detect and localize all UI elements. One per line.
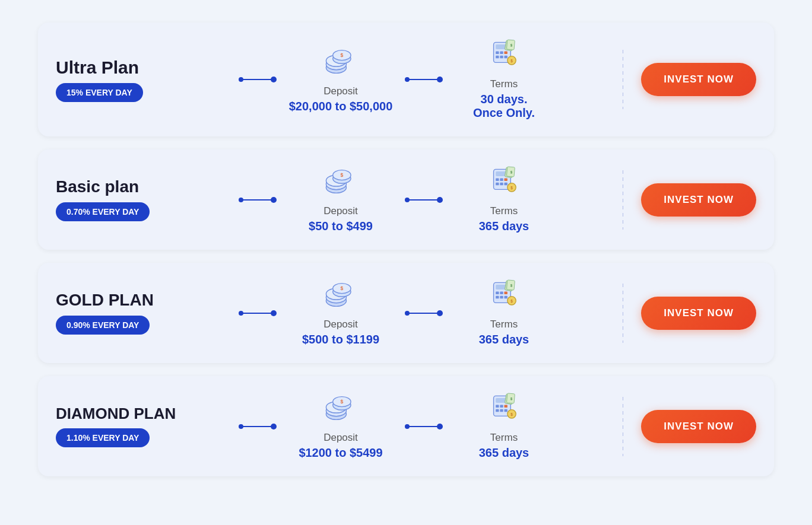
deposit-value-diamond: $1200 to $5499	[299, 446, 382, 460]
plan-deposit-diamond: $ Deposit $1200 to $5499	[287, 393, 394, 460]
coin-icon-ultra: $	[323, 46, 358, 79]
svg-rect-47	[500, 292, 503, 294]
plan-divider-basic	[623, 170, 623, 230]
plan-name-ultra: Ultra Plan	[56, 58, 139, 77]
calc-icon-gold: $ $	[488, 279, 521, 313]
plan-badge-row-basic: 0.70% EVERY DAY	[56, 202, 150, 221]
arrow-connector	[405, 77, 443, 82]
svg-text:$: $	[341, 52, 344, 58]
plan-badge-diamond: 1.10% EVERY DAY	[56, 428, 150, 447]
arrow-line	[242, 79, 272, 80]
svg-rect-70	[504, 409, 507, 412]
svg-rect-69	[500, 409, 503, 412]
plan-divider-diamond	[623, 397, 623, 456]
svg-rect-30	[496, 183, 499, 185]
terms-value-diamond: 365 days	[479, 446, 529, 460]
plan-left-diamond: DIAMOND PLAN 1.10% EVERY DAY	[56, 405, 228, 447]
invest-button-gold[interactable]: INVEST NOW	[641, 297, 756, 330]
arrow-connector	[405, 424, 443, 429]
svg-rect-67	[504, 405, 507, 408]
svg-rect-51	[504, 296, 507, 298]
svg-rect-66	[500, 405, 503, 408]
plan-terms-gold: $ $ Terms 365 days	[453, 279, 554, 346]
arrow-connector	[239, 310, 277, 316]
plan-badge-basic: 0.70% EVERY DAY	[56, 202, 150, 221]
svg-text:$: $	[510, 299, 513, 304]
plan-divider-gold	[623, 284, 623, 343]
coin-icon-gold: $	[323, 279, 358, 313]
plan-terms-basic: $ $ Terms 365 days	[453, 166, 554, 233]
svg-rect-27	[496, 179, 499, 181]
deposit-value-gold: $500 to $1199	[302, 333, 379, 346]
svg-rect-50	[500, 296, 503, 298]
svg-text:$: $	[341, 399, 344, 405]
deposit-label-gold: Deposit	[323, 319, 358, 330]
arrow-line	[408, 426, 438, 427]
svg-text:$: $	[510, 186, 513, 190]
arrow-line	[408, 199, 438, 201]
svg-rect-11	[496, 56, 499, 58]
terms-value-ultra: 30 days.Once Only.	[473, 93, 535, 120]
plan-name-gold: GOLD PLAN	[56, 291, 154, 310]
plan-card-gold: GOLD PLAN 0.90% EVERY DAY $ Deposit $500…	[38, 263, 774, 363]
plan-badge-row-ultra: 15% EVERY DAY	[56, 83, 143, 102]
plan-name-diamond: DIAMOND PLAN	[56, 405, 176, 422]
deposit-value-basic: $50 to $499	[309, 219, 373, 233]
svg-rect-65	[496, 405, 499, 408]
terms-label-ultra: Terms	[490, 78, 518, 90]
invest-button-diamond[interactable]: INVEST NOW	[641, 410, 756, 443]
terms-label-diamond: Terms	[490, 432, 518, 444]
svg-text:$: $	[341, 285, 344, 291]
arrow-line	[242, 313, 272, 314]
plans-container: Ultra Plan 15% EVERY DAY $ Deposit $20,0…	[26, 17, 786, 494]
svg-text:$: $	[341, 172, 344, 178]
arrow-connector	[239, 197, 277, 203]
plan-card-ultra: Ultra Plan 15% EVERY DAY $ Deposit $20,0…	[38, 23, 774, 136]
plan-badge-gold: 0.90% EVERY DAY	[56, 316, 150, 335]
svg-rect-12	[500, 56, 503, 58]
arrow-connector	[405, 310, 443, 316]
svg-rect-28	[500, 179, 503, 181]
svg-rect-10	[504, 52, 507, 54]
arrow-connector	[239, 77, 277, 82]
arrow-line	[408, 313, 438, 314]
plan-card-basic: Basic plan 0.70% EVERY DAY $ Deposit $50…	[38, 149, 774, 250]
svg-rect-46	[496, 292, 499, 294]
svg-text:$: $	[510, 412, 513, 417]
plan-left-gold: GOLD PLAN 0.90% EVERY DAY	[56, 291, 228, 335]
svg-rect-29	[504, 179, 507, 181]
calc-icon-ultra: $ $	[488, 39, 521, 72]
plan-divider-ultra	[623, 50, 623, 109]
terms-label-gold: Terms	[490, 319, 518, 330]
svg-rect-13	[504, 56, 507, 58]
arrow-line	[242, 426, 272, 427]
invest-button-ultra[interactable]: INVEST NOW	[641, 63, 756, 96]
deposit-label-basic: Deposit	[323, 205, 358, 217]
svg-rect-68	[496, 409, 499, 412]
invest-button-basic[interactable]: INVEST NOW	[641, 183, 756, 217]
arrow-connector	[405, 197, 443, 203]
terms-label-basic: Terms	[490, 205, 518, 217]
svg-rect-31	[500, 183, 503, 185]
svg-rect-48	[504, 292, 507, 294]
plan-deposit-ultra: $ Deposit $20,000 to $50,000	[287, 46, 394, 113]
deposit-label-diamond: Deposit	[323, 432, 358, 444]
svg-rect-9	[500, 52, 503, 54]
coin-icon-basic: $	[323, 166, 358, 199]
deposit-value-ultra: $20,000 to $50,000	[289, 100, 393, 113]
plan-left-basic: Basic plan 0.70% EVERY DAY	[56, 178, 228, 221]
calc-icon-basic: $ $	[488, 166, 521, 199]
plan-badge-row-diamond: 1.10% EVERY DAY	[56, 428, 150, 447]
plan-badge-ultra: 15% EVERY DAY	[56, 83, 143, 102]
deposit-label-ultra: Deposit	[323, 85, 358, 97]
plan-deposit-gold: $ Deposit $500 to $1199	[287, 279, 394, 346]
arrow-line	[242, 199, 272, 201]
plan-name-basic: Basic plan	[56, 178, 139, 196]
svg-rect-49	[496, 296, 499, 298]
calc-icon-diamond: $ $	[488, 393, 521, 426]
coin-icon-diamond: $	[323, 393, 358, 426]
terms-value-basic: 365 days	[479, 219, 529, 233]
plan-deposit-basic: $ Deposit $50 to $499	[287, 166, 394, 233]
plan-card-diamond: DIAMOND PLAN 1.10% EVERY DAY $ Deposit $…	[38, 376, 774, 476]
plan-terms-diamond: $ $ Terms 365 days	[453, 393, 554, 460]
